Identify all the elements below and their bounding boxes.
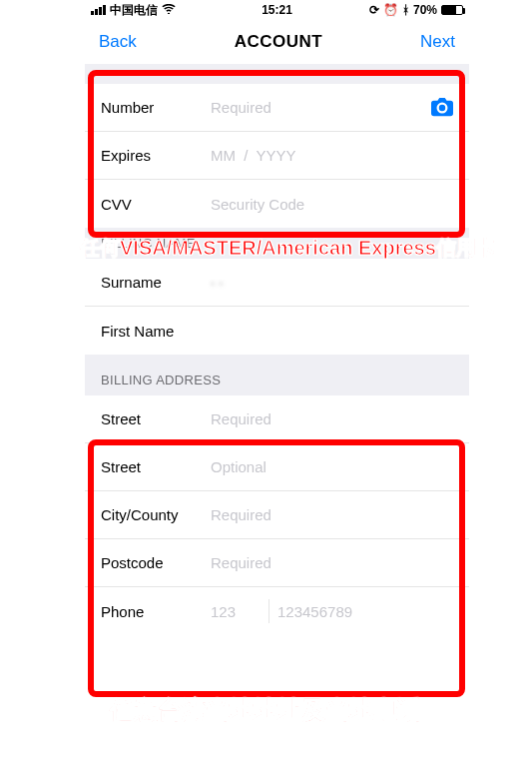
postcode-input[interactable] xyxy=(211,554,453,571)
billing-address-group: Street Street City/County Postcode Phone xyxy=(85,395,469,635)
surname-label: Surname xyxy=(101,274,211,291)
camera-icon[interactable] xyxy=(431,99,453,117)
city-row: City/County xyxy=(85,491,469,539)
bluetooth-icon: ᚼ xyxy=(402,3,409,17)
annotation-text-card: 任何VISA/MASTER/American Express信用卡 xyxy=(80,235,496,262)
battery-icon xyxy=(441,5,463,15)
street1-row: Street xyxy=(85,395,469,443)
billing-name-group: Surname · · First Name xyxy=(85,259,469,355)
expires-label: Expires xyxy=(101,147,211,164)
card-number-label: Number xyxy=(101,99,211,116)
phone-prefix-input[interactable] xyxy=(211,603,261,620)
carrier-label: 中国电信 xyxy=(110,2,158,19)
postcode-row: Postcode xyxy=(85,539,469,587)
expires-row: Expires xyxy=(85,132,469,180)
back-button[interactable]: Back xyxy=(99,32,137,52)
cvv-input[interactable] xyxy=(211,196,453,213)
next-button[interactable]: Next xyxy=(420,32,455,52)
first-name-row: First Name xyxy=(85,307,469,355)
nav-bar: Back ACCOUNT Next xyxy=(85,20,469,64)
street2-label: Street xyxy=(101,458,211,475)
street2-row: Street xyxy=(85,443,469,491)
billing-address-header: BILLING ADDRESS xyxy=(85,355,469,395)
city-input[interactable] xyxy=(211,506,453,523)
city-label: City/County xyxy=(101,506,211,523)
cvv-label: CVV xyxy=(101,196,211,213)
surname-value[interactable]: · · xyxy=(211,274,453,291)
card-group: Number Expires CVV xyxy=(85,84,469,228)
section-spacer xyxy=(85,64,469,84)
street2-input[interactable] xyxy=(211,458,453,475)
surname-row: Surname · · xyxy=(85,259,469,307)
expires-input[interactable] xyxy=(211,147,453,164)
street1-input[interactable] xyxy=(211,410,453,427)
card-number-row: Number xyxy=(85,84,469,132)
alarm-icon: ⏰ xyxy=(383,3,398,17)
phone-divider xyxy=(268,599,269,623)
page-title: ACCOUNT xyxy=(235,32,323,52)
first-name-label: First Name xyxy=(101,323,211,340)
postcode-label: Postcode xyxy=(101,554,211,571)
phone-label: Phone xyxy=(101,603,211,620)
cvv-row: CVV xyxy=(85,180,469,228)
clock: 15:21 xyxy=(262,3,292,17)
phone-frame: 中国电信 15:21 ⟳ ⏰ ᚼ 70% Back ACCOUNT Next N… xyxy=(85,0,469,764)
annotation-text-address: 任意台湾当地地址及当地电话 xyxy=(110,694,421,726)
card-number-input[interactable] xyxy=(211,99,431,116)
rotation-lock-icon: ⟳ xyxy=(369,3,379,17)
status-bar: 中国电信 15:21 ⟳ ⏰ ᚼ 70% xyxy=(85,0,469,20)
street1-label: Street xyxy=(101,410,211,427)
battery-percentage: 70% xyxy=(413,3,437,17)
phone-number-input[interactable] xyxy=(277,603,467,620)
phone-row: Phone xyxy=(85,587,469,635)
signal-icon xyxy=(91,5,106,15)
wifi-icon xyxy=(162,3,176,17)
